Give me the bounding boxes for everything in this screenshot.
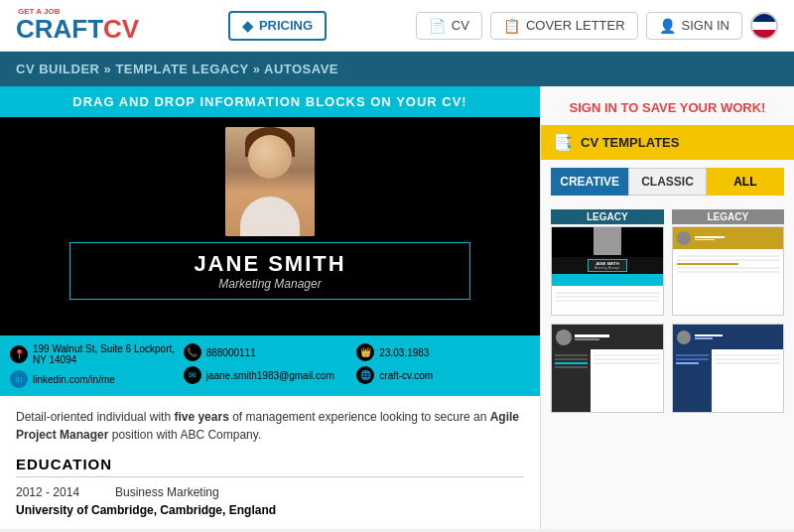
tpl-body xyxy=(552,286,663,308)
pricing-label: PRICING xyxy=(259,18,313,33)
tpl-blue-right-line-3 xyxy=(715,362,780,364)
cv-dob: 👑 23.03.1983 xyxy=(356,343,530,361)
pricing-button[interactable]: ◆ PRICING xyxy=(228,11,327,41)
template-card-dark[interactable] xyxy=(551,324,664,413)
document-icon: 📄 xyxy=(429,18,446,34)
tpl2-line-2 xyxy=(677,259,780,261)
nav-right: 📄 CV 📋 COVER LETTER 👤 SIGN IN xyxy=(416,12,778,40)
cv-name-box: JANE SMITH Marketing Manager xyxy=(69,242,470,300)
templates-title: CV TEMPLATES xyxy=(581,135,679,150)
drag-bar-text: DRAG AND DROP INFORMATION BLOCKS ON YOUR… xyxy=(72,94,466,109)
tab-classic[interactable]: CLASSIC xyxy=(628,168,706,196)
sign-in-prompt: SIGN IN TO SAVE YOUR WORK! xyxy=(541,86,794,125)
cv-photo-face xyxy=(248,135,292,179)
sign-in-text: SIGN IN TO SAVE YOUR WORK! xyxy=(570,100,766,115)
drag-bar: DRAG AND DROP INFORMATION BLOCKS ON YOUR… xyxy=(0,86,540,117)
tpl-dark-avatar xyxy=(556,330,572,345)
tpl-blue-body xyxy=(673,349,784,413)
tpl-blue-name-line xyxy=(695,334,723,336)
cv-contact-col-2: 📞 888000111 ✉ jaane.smith1983@gmail.com xyxy=(184,343,357,388)
tpl-blue-sub-line xyxy=(695,337,713,339)
template-card-blue[interactable] xyxy=(672,324,785,413)
tpl2-name-line xyxy=(695,236,725,238)
language-flag[interactable] xyxy=(750,12,778,40)
tpl-blue-left xyxy=(673,349,712,413)
tpl-dark-header xyxy=(552,325,663,349)
cv-summary: Detail-oriented individual with five yea… xyxy=(16,408,524,444)
cv-email-text: jaane.smith1983@gmail.com xyxy=(206,370,334,381)
template-row-2 xyxy=(551,324,784,413)
cv-linkedin: in linkedin.com/in/me xyxy=(10,370,184,388)
tpl-name-box: JANE SMITH Marketing Manager xyxy=(588,259,627,272)
cv-button[interactable]: 📄 CV xyxy=(416,12,482,40)
cv-email: ✉ jaane.smith1983@gmail.com xyxy=(184,366,357,384)
cv-name: JANE SMITH xyxy=(100,251,440,277)
breadcrumb: CV BUILDER » TEMPLATE LEGACY » AUTOSAVE xyxy=(0,52,794,86)
phone-icon: 📞 xyxy=(184,343,201,361)
cover-letter-label: COVER LETTER xyxy=(526,18,625,33)
cv-contact-bar: 📍 199 Walnut St, Suite 6 Lockport, NY 14… xyxy=(0,335,540,396)
template-label-legacy: LEGACY xyxy=(551,209,664,224)
breadcrumb-text: CV BUILDER » TEMPLATE LEGACY » AUTOSAVE xyxy=(16,62,338,76)
location-icon: 📍 xyxy=(10,345,28,363)
tpl-title-text: Marketing Manager xyxy=(595,266,620,270)
cv-body: Detail-oriented individual with five yea… xyxy=(0,396,540,529)
tpl-dark-line-3 xyxy=(555,366,588,368)
cv-linkedin-text: linkedin.com/in/me xyxy=(33,374,115,385)
cv-phone-text: 888000111 xyxy=(206,347,256,358)
tab-all[interactable]: ALL xyxy=(707,168,784,196)
cv-edu-field: Business Marketing xyxy=(115,485,219,499)
tpl2-name-col xyxy=(695,236,725,241)
user-icon: 👤 xyxy=(659,18,676,34)
tpl-white-line-3 xyxy=(594,362,659,364)
template-card-classic[interactable]: LEGACY xyxy=(672,209,785,316)
cv-photo-body xyxy=(240,197,300,236)
tpl-line-2 xyxy=(556,296,659,298)
tpl-blue-right xyxy=(712,349,783,413)
cover-letter-button[interactable]: 📋 COVER LETTER xyxy=(490,12,638,40)
tpl-contact-bar xyxy=(552,274,663,286)
cv-education-title: EDUCATION xyxy=(16,456,524,477)
templates-bar: 📑 CV TEMPLATES xyxy=(541,125,794,160)
cv-photo xyxy=(225,127,315,236)
tpl-white-line-2 xyxy=(594,358,659,360)
tab-classic-label: CLASSIC xyxy=(641,175,694,189)
template-thumb-classic xyxy=(672,226,785,316)
cv-website-text: craft-cv.com xyxy=(379,370,433,381)
tpl-dark-line-2 xyxy=(555,358,588,360)
left-panel: DRAG AND DROP INFORMATION BLOCKS ON YOUR… xyxy=(0,86,540,529)
tpl-name-row: JANE SMITH Marketing Manager xyxy=(552,257,663,274)
tpl-dark-left xyxy=(552,349,591,413)
web-icon: 🌐 xyxy=(356,366,374,384)
sign-in-button[interactable]: 👤 SIGN IN xyxy=(646,12,742,40)
tpl-dark-body xyxy=(552,349,663,413)
tpl2-line-4 xyxy=(677,271,780,273)
template-thumb-teal: JANE SMITH Marketing Manager xyxy=(551,226,664,316)
tpl-white-line-1 xyxy=(594,354,659,356)
cv-area: JANE SMITH Marketing Manager xyxy=(0,117,540,335)
cv-dob-text: 23.03.1983 xyxy=(379,347,429,358)
cv-education-section: EDUCATION 2012 - 2014 Business Marketing… xyxy=(16,456,524,517)
cv-website: 🌐 craft-cv.com xyxy=(356,366,530,384)
cv-address: 📍 199 Walnut St, Suite 6 Lockport, NY 14… xyxy=(10,343,184,365)
cv-contact-col-1: 📍 199 Walnut St, Suite 6 Lockport, NY 14… xyxy=(10,343,184,388)
tpl-blue-left-line-2 xyxy=(676,358,709,360)
cv-edu-school: University of Cambridge, Cambridge, Engl… xyxy=(16,503,524,517)
cv-edu-row: 2012 - 2014 Business Marketing xyxy=(16,485,524,499)
logo-cv: CV xyxy=(103,14,139,45)
tpl-photo xyxy=(594,226,621,255)
template-card-legacy[interactable]: LEGACY JANE SMITH Marketing Manager xyxy=(551,209,664,316)
tpl-blue-left-line-1 xyxy=(676,354,709,356)
calendar-icon: 👑 xyxy=(356,343,374,361)
template-tabs: CREATIVE CLASSIC ALL xyxy=(551,168,784,196)
tab-creative[interactable]: CREATIVE xyxy=(551,168,628,196)
tpl-dark-right xyxy=(591,349,662,413)
tpl-blue-name-col xyxy=(695,334,723,339)
tpl-dark-accent xyxy=(555,362,588,364)
tpl2-body xyxy=(673,249,784,279)
cv-header-bg xyxy=(0,117,540,236)
tpl-dark-sub-line xyxy=(575,338,599,340)
tpl-blue-right-line-1 xyxy=(715,354,780,356)
cv-address-text: 199 Walnut St, Suite 6 Lockport, NY 1409… xyxy=(33,343,184,365)
tpl-blue-right-line-2 xyxy=(715,358,780,360)
